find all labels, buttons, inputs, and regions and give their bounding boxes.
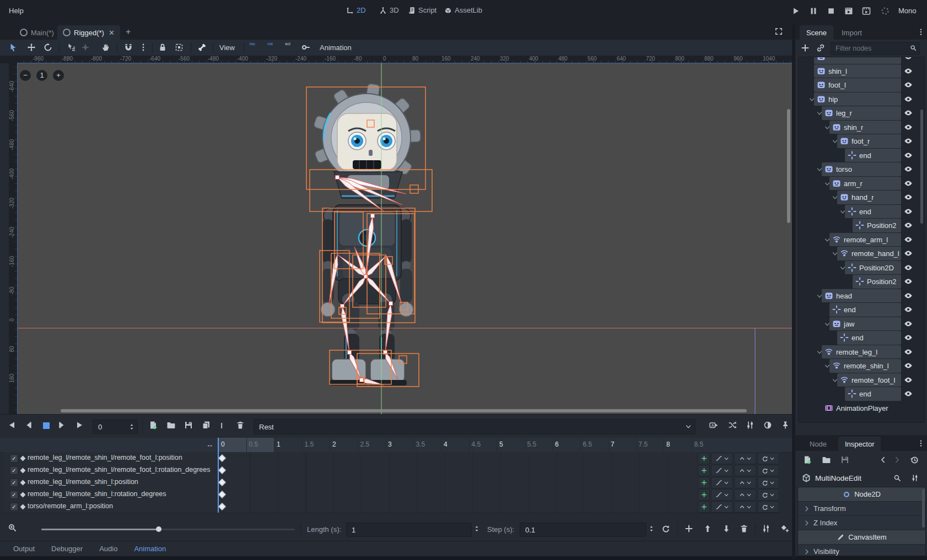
tree-row-torso[interactable]: torso [799,162,923,177]
interpolation-mode-dropdown[interactable] [734,477,756,488]
inspector-group-visibility[interactable]: Visibility [798,545,925,556]
visibility-eye-icon[interactable] [904,291,913,300]
tree-row-end[interactable]: end [799,387,923,401]
current-frame-spinbox[interactable]: 0 [93,420,138,434]
duplicate-animation-icon[interactable] [202,421,211,429]
close-tab-icon[interactable]: ✕ [109,29,115,37]
timeline-ruler[interactable]: ↔ 00.511.522.533.544.555.566.577.588.5 [0,438,795,453]
select-tool-button[interactable] [9,43,18,52]
keyframe-diamond[interactable] [218,466,226,474]
tree-row-jaw[interactable]: jaw [799,317,923,331]
tree-row-end[interactable]: end [799,205,923,219]
inspector-tools-icon[interactable] [911,474,919,482]
pan-tool-button[interactable] [101,43,110,52]
instance-scene-icon[interactable] [816,44,825,52]
visibility-eye-icon[interactable] [904,165,913,173]
visibility-eye-icon[interactable] [904,80,913,89]
tree-row-remote_arm_l[interactable]: remote_arm_l [799,233,923,247]
load-animation-icon[interactable] [166,421,175,429]
visibility-eye-icon[interactable] [904,57,913,61]
visibility-eye-icon[interactable] [904,389,913,398]
stop-animation-button[interactable] [43,422,50,429]
history-forward-icon[interactable] [893,456,901,464]
track-enabled-checkbox[interactable]: ✓ [10,479,18,487]
timeline-zoom-slider[interactable] [41,529,295,530]
interpolation-mode-dropdown[interactable] [734,489,756,501]
play-icon[interactable] [791,7,800,15]
bottom-panel-debugger[interactable]: Debugger [51,545,83,553]
track-enabled-checkbox[interactable]: ✓ [10,491,18,499]
scene-tab-rigged[interactable]: Rigged(*)✕ [57,25,120,40]
zoom-reset-button[interactable]: 1 [36,70,47,81]
filter-nodes-box[interactable] [831,42,920,55]
play-backwards-icon[interactable] [8,421,17,429]
collapse-arrow-icon[interactable] [824,124,831,131]
track-key-area[interactable] [218,501,687,513]
visibility-eye-icon[interactable] [904,305,913,314]
snap-toggle-icon[interactable] [124,43,133,52]
loop-wrap-mode-dropdown[interactable] [757,489,779,501]
tree-row-end[interactable]: end [799,303,923,317]
rotate-tool-button[interactable] [44,43,52,52]
tree-row-remote_leg_l[interactable]: remote_leg_l [799,345,923,360]
tree-row-position2[interactable]: Position2 [799,219,923,233]
track-enabled-checkbox[interactable]: ✓ [10,503,18,511]
key-rot-toggle[interactable]: rot [264,42,276,46]
dock-tab-inspector[interactable]: Inspector [838,437,881,451]
length-spin-icon[interactable] [473,525,480,532]
insert-key-icon[interactable] [301,43,310,52]
animation-track-row[interactable]: ✓remote_leg_l/remote_shin_l:rotation_deg… [3,488,780,501]
property-search-icon[interactable] [893,474,901,482]
history-back-icon[interactable] [879,456,887,464]
viewport[interactable]: − 1 + [18,63,792,414]
add-key-button[interactable] [698,465,710,476]
keyframe-diamond[interactable] [218,491,226,498]
menu-help[interactable]: Help [9,7,24,15]
visibility-eye-icon[interactable] [904,319,913,328]
tree-row-remote_shin_l[interactable]: remote_shin_l [799,359,923,373]
animation-track-row[interactable]: ✓remote_leg_l/remote_shin_l/remote_foot_… [3,452,780,465]
snap-options-icon[interactable] [139,43,148,52]
play-from-start-icon[interactable] [57,421,66,429]
key-scl-toggle[interactable]: scl [282,42,294,46]
new-tab-button[interactable]: + [126,27,131,37]
tree-row-remote_hand_l[interactable]: remote_hand_l [799,247,923,261]
track-key-area[interactable] [218,464,687,476]
visibility-eye-icon[interactable] [904,67,913,75]
tree-row-shin_r[interactable]: shin_r [799,121,923,135]
tree-row[interactable] [799,57,923,64]
add-key-button[interactable] [698,501,710,513]
save-animation-icon[interactable] [184,421,193,429]
pin-panel-icon[interactable] [781,421,790,429]
track-enabled-checkbox[interactable]: ✓ [10,454,18,463]
bottom-panel-output[interactable]: Output [13,545,35,553]
keyframe-diamond[interactable] [218,454,226,462]
tree-row-arm_r[interactable]: arm_r [799,177,923,191]
track-key-area[interactable] [218,488,687,501]
track-settings-icon[interactable] [762,524,770,533]
collapse-arrow-icon[interactable] [824,181,831,187]
keyframe-diamond[interactable] [218,479,226,486]
key-loc-toggle[interactable]: loc [246,42,258,46]
collapse-arrow-icon[interactable] [816,110,823,117]
edit-transitions-icon[interactable] [728,421,737,429]
tree-row-hip[interactable]: hip [799,93,923,107]
slider-handle[interactable] [156,526,161,532]
pivot-tool-button[interactable] [81,43,90,52]
group-node-icon[interactable] [175,43,184,52]
update-mode-dropdown[interactable] [711,501,733,513]
update-mode-dropdown[interactable] [711,489,733,501]
visibility-eye-icon[interactable] [904,277,913,286]
list-select-tool-button[interactable] [67,43,76,52]
zoom-in-button[interactable]: + [53,70,64,81]
play-custom-scene-icon[interactable] [862,7,871,15]
save-resource-icon[interactable] [840,455,849,464]
mode-assetlib[interactable]: AssetLib [444,6,482,14]
visibility-eye-icon[interactable] [904,151,913,160]
add-key-button[interactable] [698,489,710,501]
tree-row-foot_l[interactable]: foot_l [799,78,923,93]
update-mode-dropdown[interactable] [711,477,733,488]
visibility-eye-icon[interactable] [904,221,913,230]
lock-node-icon[interactable] [158,43,167,52]
add-node-icon[interactable] [801,44,810,52]
